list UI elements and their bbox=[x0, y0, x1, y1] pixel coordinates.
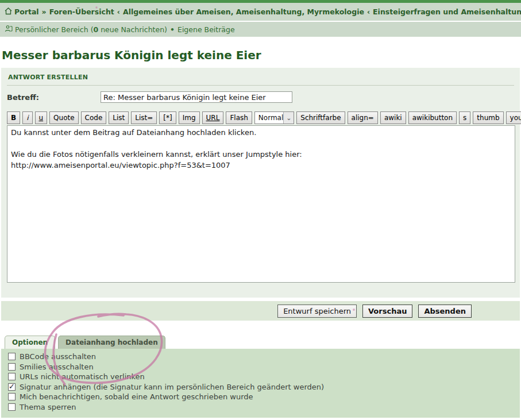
home-icon bbox=[5, 7, 12, 17]
tab-attachment-upload[interactable]: Dateianhang hochladen bbox=[58, 336, 165, 349]
breadcrumb-separator: ‹ bbox=[367, 7, 370, 16]
breadcrumb-forum-link[interactable]: Einsteigerfragen und Ameisenhaltung allg… bbox=[373, 7, 521, 16]
ordered-list-button[interactable]: List= bbox=[131, 111, 157, 124]
checkbox-notify-reply[interactable] bbox=[8, 393, 16, 400]
checkbox-no-auto-links[interactable] bbox=[8, 373, 16, 380]
url-button[interactable]: URL bbox=[202, 111, 224, 124]
italic-button[interactable]: i bbox=[22, 111, 32, 124]
font-size-select[interactable]: Normal ⌄ bbox=[254, 111, 294, 124]
new-messages-count: (0 neue Nachrichten) bbox=[91, 25, 167, 34]
bold-button[interactable]: B bbox=[7, 111, 20, 124]
user-toolbar: Persönlicher Bereich (0 neue Nachrichten… bbox=[0, 22, 521, 37]
flash-button[interactable]: Flash bbox=[226, 111, 252, 124]
submit-button[interactable]: Absenden bbox=[418, 305, 472, 318]
breadcrumb-forum-overview-link[interactable]: Foren-Übersicht bbox=[49, 7, 114, 16]
font-color-button[interactable]: Schriftfarbe bbox=[296, 111, 345, 124]
breadcrumb-portal-link[interactable]: Portal bbox=[14, 7, 39, 16]
checkbox-disable-smilies[interactable] bbox=[8, 363, 16, 371]
option-row: Thema sperren bbox=[8, 402, 513, 413]
option-label: Thema sperren bbox=[20, 403, 76, 411]
option-label: URLs nicht automatisch verlinken bbox=[20, 372, 145, 381]
page-title: Messer barbarus Königin legt keine Eier bbox=[1, 48, 520, 62]
reply-form-panel: ANTWORT ERSTELLEN Betreff: B i u Quote C… bbox=[1, 68, 520, 298]
personal-area-label: Persönlicher Bereich bbox=[15, 25, 88, 34]
user-icon bbox=[5, 25, 13, 34]
option-label: Signatur anhängen (die Signatur kann im … bbox=[20, 383, 324, 391]
font-size-value: Normal bbox=[258, 114, 283, 122]
own-posts-link[interactable]: Eigene Beiträge bbox=[177, 25, 235, 34]
chevron-down-icon: ⌄ bbox=[283, 112, 294, 124]
breadcrumb-category-link[interactable]: Allgemeines über Ameisen, Ameisenhaltung… bbox=[123, 7, 364, 16]
userbar-separator: • bbox=[170, 25, 175, 34]
image-button[interactable]: Img bbox=[179, 111, 200, 124]
panel-title: ANTWORT ERSTELLEN bbox=[7, 68, 514, 86]
list-item-button[interactable]: [*] bbox=[159, 111, 176, 124]
page: Portal » Foren-Übersicht ‹ Allgemeines ü… bbox=[0, 0, 521, 420]
options-tabs: Optionen Dateianhang hochladen bbox=[1, 336, 520, 349]
subject-label: Betreff: bbox=[7, 93, 101, 102]
thumb-button[interactable]: thumb bbox=[473, 111, 503, 124]
quote-button[interactable]: Quote bbox=[49, 111, 78, 124]
tab-options[interactable]: Optionen bbox=[5, 336, 55, 349]
bbcode-toolbar: B i u Quote Code List List= [*] Img URL … bbox=[7, 111, 514, 124]
subject-input[interactable] bbox=[101, 91, 292, 103]
option-row: Mich benachrichtigen, sobald eine Antwor… bbox=[8, 392, 513, 402]
form-actions: Entwurf speichern Vorschau Absenden bbox=[1, 301, 520, 321]
preview-button[interactable]: Vorschau bbox=[362, 305, 412, 318]
checkbox-disable-bbcode[interactable] bbox=[8, 353, 16, 360]
option-label: Smilies ausschalten bbox=[20, 363, 94, 371]
breadcrumb-separator: » bbox=[42, 7, 47, 16]
align-button[interactable]: align= bbox=[348, 111, 378, 124]
option-row: URLs nicht automatisch verlinken bbox=[8, 372, 513, 382]
awiki-button[interactable]: awiki bbox=[380, 111, 406, 124]
underline-button[interactable]: u bbox=[35, 111, 48, 124]
option-row: Signatur anhängen (die Signatur kann im … bbox=[8, 382, 513, 392]
list-button[interactable]: List bbox=[109, 111, 129, 124]
breadcrumb: Portal » Foren-Übersicht ‹ Allgemeines ü… bbox=[0, 3, 521, 21]
option-row: BBCode ausschalten bbox=[8, 352, 513, 362]
option-label: BBCode ausschalten bbox=[20, 352, 96, 361]
main-content: Messer barbarus Königin legt keine Eier … bbox=[0, 48, 521, 418]
option-row: Smilies ausschalten bbox=[8, 362, 513, 372]
message-textarea[interactable]: Du kannst unter dem Beitrag auf Dateianh… bbox=[7, 125, 515, 283]
checkbox-lock-topic[interactable] bbox=[8, 403, 16, 411]
strike-button[interactable]: s bbox=[459, 111, 470, 124]
personal-area-link[interactable]: Persönlicher Bereich (0 neue Nachrichten… bbox=[15, 25, 167, 34]
option-label: Mich benachrichtigen, sobald eine Antwor… bbox=[20, 392, 253, 401]
save-draft-button[interactable]: Entwurf speichern bbox=[277, 305, 357, 318]
youtube-button[interactable]: youtube bbox=[506, 111, 521, 124]
awikibutton-button[interactable]: awikibutton bbox=[408, 111, 457, 124]
subject-row: Betreff: bbox=[7, 91, 514, 103]
options-panel: BBCode ausschalten Smilies ausschalten U… bbox=[1, 349, 520, 418]
checkbox-attach-signature[interactable] bbox=[8, 383, 16, 391]
breadcrumb-separator: ‹ bbox=[117, 7, 120, 16]
code-button[interactable]: Code bbox=[81, 111, 107, 124]
